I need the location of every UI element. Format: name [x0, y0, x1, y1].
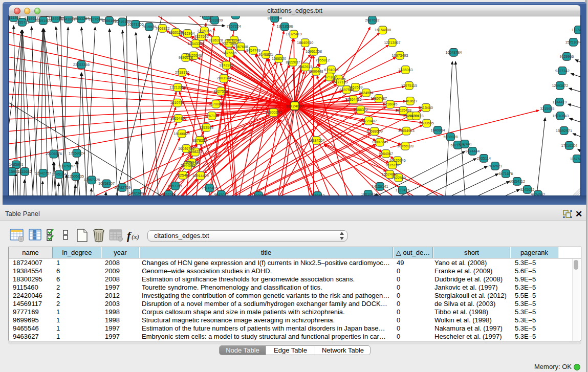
svg-text:19384554: 19384554 — [308, 138, 324, 142]
svg-text:9197441: 9197441 — [458, 141, 472, 146]
svg-text:1115682: 1115682 — [18, 169, 32, 173]
svg-text:1640954: 1640954 — [430, 127, 445, 132]
svg-text:16961758: 16961758 — [305, 49, 321, 53]
svg-text:12975115: 12975115 — [401, 83, 417, 87]
svg-text:5498222: 5498222 — [188, 149, 202, 154]
svg-text:93975867: 93975867 — [58, 164, 75, 168]
svg-text:15751074: 15751074 — [565, 39, 580, 44]
svg-text:15720407: 15720407 — [360, 118, 377, 123]
svg-text:7357224: 7357224 — [226, 24, 241, 29]
svg-text:1244419: 1244419 — [552, 99, 567, 104]
svg-text:1358113: 1358113 — [228, 16, 242, 17]
svg-text:19654925: 19654925 — [170, 116, 186, 120]
svg-text:1527602: 1527602 — [88, 16, 102, 21]
svg-text:9245652: 9245652 — [520, 187, 534, 191]
svg-text:1485901: 1485901 — [9, 162, 23, 167]
svg-text:8990448: 8990448 — [309, 69, 323, 73]
svg-text:20206576: 20206576 — [46, 151, 62, 156]
svg-text:9024502: 9024502 — [531, 192, 545, 195]
svg-text:9146821: 9146821 — [258, 52, 273, 56]
svg-text:5938928: 5938928 — [443, 134, 458, 139]
svg-text:2718170: 2718170 — [175, 70, 189, 74]
svg-text:2803144: 2803144 — [216, 76, 231, 80]
svg-text:12213369: 12213369 — [169, 85, 186, 90]
svg-text:18724007: 18724007 — [286, 103, 304, 108]
svg-text:7663822: 7663822 — [155, 26, 169, 30]
svg-text:9474444: 9474444 — [465, 148, 480, 153]
svg-text:6497568: 6497568 — [339, 87, 354, 92]
svg-text:8471676: 8471676 — [498, 171, 513, 176]
svg-text:8912954: 8912954 — [180, 31, 194, 35]
svg-text:12093872: 12093872 — [552, 83, 568, 87]
svg-text:8322037: 8322037 — [286, 59, 300, 64]
svg-text:1145194: 1145194 — [52, 172, 66, 177]
svg-text:3875685: 3875685 — [222, 51, 236, 55]
svg-text:3215955: 3215955 — [540, 106, 554, 111]
svg-text:18807249: 18807249 — [372, 140, 388, 144]
svg-text:17957225: 17957225 — [83, 178, 100, 182]
svg-text:10654112: 10654112 — [509, 179, 525, 183]
svg-text:7886372: 7886372 — [353, 107, 367, 112]
svg-text:9084067: 9084067 — [379, 151, 393, 156]
svg-text:1610755: 1610755 — [170, 100, 184, 105]
svg-text:8813054: 8813054 — [267, 16, 281, 20]
svg-text:9245012: 9245012 — [214, 192, 228, 195]
svg-text:12505135: 12505135 — [68, 174, 84, 179]
svg-text:23053346: 23053346 — [73, 62, 90, 67]
svg-text:21364436: 21364436 — [345, 97, 361, 102]
svg-text:16210643: 16210643 — [552, 113, 569, 118]
svg-text:2544093: 2544093 — [181, 163, 195, 167]
svg-text:8427552: 8427552 — [213, 89, 228, 93]
svg-text:8970453: 8970453 — [310, 193, 324, 195]
svg-text:9227342: 9227342 — [555, 68, 569, 73]
svg-text:10958107: 10958107 — [98, 181, 115, 186]
svg-text:9457791: 9457791 — [168, 183, 182, 188]
svg-text:3624554: 3624554 — [359, 90, 373, 95]
svg-text:16914479: 16914479 — [192, 173, 208, 178]
svg-text:16033809: 16033809 — [206, 17, 223, 22]
svg-text:16671355: 16671355 — [127, 21, 143, 26]
svg-text:9129966: 9129966 — [559, 54, 574, 58]
svg-text:10756928: 10756928 — [397, 143, 413, 148]
svg-text:10688609: 10688609 — [366, 129, 382, 134]
svg-text:1811304: 1811304 — [9, 16, 20, 20]
svg-text:1588520: 1588520 — [272, 56, 286, 60]
svg-text:1733426: 1733426 — [395, 187, 409, 192]
svg-text:18640910: 18640910 — [297, 40, 313, 45]
svg-text:7485063: 7485063 — [398, 67, 412, 72]
svg-text:12923468: 12923468 — [128, 190, 145, 195]
svg-text:15692971: 15692971 — [556, 128, 572, 133]
svg-text:6794028: 6794028 — [324, 67, 338, 72]
svg-text:11325419: 11325419 — [286, 32, 301, 36]
svg-text:9896178: 9896178 — [178, 55, 192, 59]
svg-text:19218596: 19218596 — [276, 24, 293, 29]
svg-text:16543392: 16543392 — [187, 41, 204, 46]
svg-text:9400123: 9400123 — [409, 113, 423, 118]
svg-text:10807487: 10807487 — [371, 96, 387, 100]
svg-text:9115460: 9115460 — [419, 105, 432, 110]
svg-text:15300293: 15300293 — [265, 110, 281, 115]
svg-text:7632621: 7632621 — [488, 163, 502, 168]
svg-text:4170068: 4170068 — [209, 101, 223, 106]
svg-text:8186328: 8186328 — [208, 37, 223, 42]
svg-text:2087682: 2087682 — [365, 17, 379, 22]
svg-text:(x): (x) — [132, 233, 139, 240]
svg-text:7955812: 7955812 — [315, 58, 330, 62]
svg-text:1061042: 1061042 — [361, 191, 375, 195]
svg-text:8267130: 8267130 — [205, 113, 219, 118]
svg-text:19654923: 19654923 — [398, 128, 414, 133]
svg-text:1615152: 1615152 — [385, 162, 399, 167]
svg-text:10653267: 10653267 — [73, 16, 89, 21]
svg-text:15716485: 15716485 — [201, 185, 217, 190]
svg-text:1353594: 1353594 — [199, 125, 213, 129]
svg-text:9463627: 9463627 — [403, 98, 417, 103]
svg-text:16782759: 16782759 — [114, 185, 130, 189]
svg-text:2522540: 2522540 — [391, 175, 405, 180]
svg-text:6216045: 6216045 — [383, 102, 397, 106]
svg-text:1202348: 1202348 — [251, 193, 266, 195]
svg-text:9699695: 9699695 — [419, 121, 433, 125]
svg-text:16648784: 16648784 — [445, 50, 462, 54]
svg-text:9752204: 9752204 — [161, 192, 176, 195]
svg-text:1117404: 1117404 — [572, 27, 581, 32]
svg-text:7515526: 7515526 — [142, 24, 156, 29]
